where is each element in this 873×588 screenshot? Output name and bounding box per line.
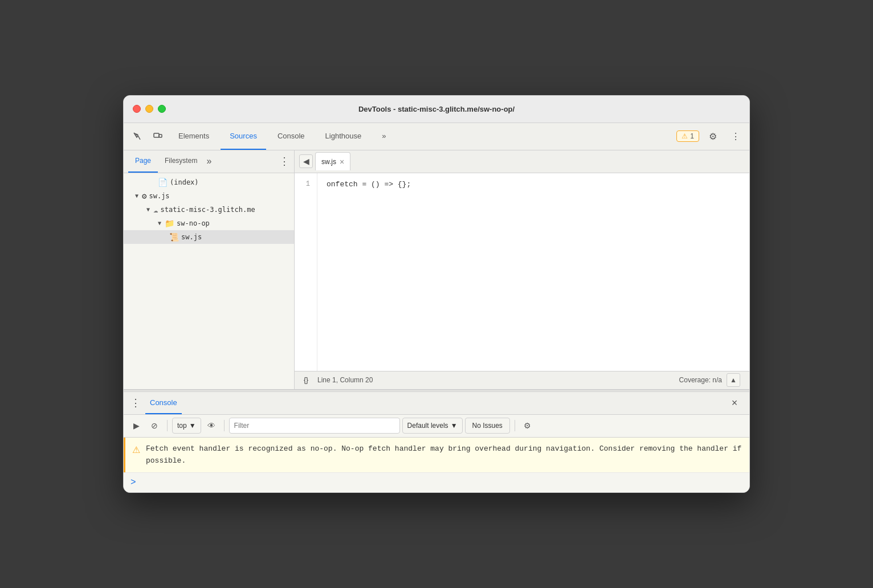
console-messages: ⚠ Fetch event handler is recognized as n… bbox=[124, 438, 749, 493]
panel-tabs: Page Filesystem » ⋮ bbox=[124, 150, 294, 173]
warning-badge[interactable]: ⚠ 1 bbox=[676, 130, 699, 142]
tab-lighthouse[interactable]: Lighthouse bbox=[316, 122, 371, 150]
format-braces-button[interactable]: {} bbox=[304, 376, 308, 384]
scroll-up-button[interactable]: ▲ bbox=[727, 373, 740, 387]
tab-console[interactable]: Console bbox=[268, 122, 314, 150]
folder-icon: 📁 bbox=[165, 219, 174, 228]
toolbar-separator bbox=[167, 420, 168, 431]
console-toolbar: ▶ ⊘ top ▼ 👁 Default levels ▼ No Issues bbox=[124, 415, 749, 438]
tab-bar-right: ⚠ 1 ⚙ ⋮ bbox=[676, 127, 745, 145]
dropdown-chevron-icon: ▼ bbox=[189, 422, 196, 430]
console-prompt: > bbox=[130, 477, 136, 488]
minimize-button[interactable] bbox=[145, 105, 153, 113]
console-input-line: > bbox=[124, 472, 749, 492]
tab-sources[interactable]: Sources bbox=[221, 122, 266, 150]
console-tab[interactable]: Console bbox=[145, 391, 182, 414]
line-number-1: 1 bbox=[301, 180, 310, 188]
file-item-index[interactable]: 📄 (index) bbox=[124, 175, 294, 189]
main-tab-bar: Elements Sources Console Lighthouse » ⚠ … bbox=[124, 123, 749, 150]
toolbar-separator-2 bbox=[224, 420, 225, 431]
arrow-down-icon: ▼ bbox=[158, 220, 161, 226]
levels-chevron-icon: ▼ bbox=[451, 422, 458, 430]
default-levels-dropdown[interactable]: Default levels ▼ bbox=[402, 418, 463, 434]
cursor-position: Line 1, Column 20 bbox=[317, 376, 373, 384]
close-button[interactable] bbox=[133, 105, 141, 113]
js-file-icon: 📜 bbox=[169, 232, 179, 242]
tab-elements[interactable]: Elements bbox=[169, 122, 218, 150]
editor-tabs: ◀ sw.js × bbox=[295, 150, 749, 173]
editor-tab-nav-icon[interactable]: ◀ bbox=[299, 154, 313, 168]
context-dropdown[interactable]: top ▼ bbox=[172, 418, 201, 434]
editor-status-bar: {} Line 1, Column 20 Coverage: n/a ▲ bbox=[295, 371, 749, 389]
coverage-label: Coverage: n/a bbox=[679, 376, 722, 384]
warning-icon: ⚠ bbox=[682, 132, 688, 140]
sources-left-panel: Page Filesystem » ⋮ 📄 (index) bbox=[124, 150, 295, 389]
main-content: Page Filesystem » ⋮ 📄 (index) bbox=[124, 150, 749, 390]
toolbar-separator-3 bbox=[515, 420, 515, 431]
maximize-button[interactable] bbox=[158, 105, 166, 113]
file-item-sw-root[interactable]: ▼ ⚙ sw.js bbox=[124, 189, 294, 203]
console-settings-icon[interactable]: ⚙ bbox=[520, 418, 536, 434]
window-title: DevTools - static-misc-3.glitch.me/sw-no… bbox=[358, 105, 515, 113]
file-item-domain[interactable]: ▼ ☁ static-misc-3.glitch.me bbox=[124, 203, 294, 217]
warning-message-text: Fetch event handler is recognized as no-… bbox=[146, 443, 743, 467]
device-toggle-icon[interactable] bbox=[149, 127, 167, 145]
arrow-down-icon: ▼ bbox=[135, 193, 138, 199]
warning-triangle-icon: ⚠ bbox=[132, 444, 140, 455]
console-warning-message[interactable]: ⚠ Fetch event handler is recognized as n… bbox=[124, 438, 749, 473]
file-item-folder[interactable]: ▼ 📁 sw-no-op bbox=[124, 217, 294, 230]
cloud-icon: ☁ bbox=[153, 205, 158, 214]
gear-file-icon: ⚙ bbox=[142, 191, 146, 201]
panel-tab-menu-icon[interactable]: ⋮ bbox=[279, 155, 289, 168]
console-menu-icon[interactable]: ⋮ bbox=[130, 397, 141, 409]
code-editor-panel: ◀ sw.js × 1 onfetch = () => {}; {} Line … bbox=[295, 150, 749, 389]
panel-tab-more[interactable]: » bbox=[204, 156, 214, 166]
more-options-icon[interactable]: ⋮ bbox=[727, 127, 745, 145]
settings-gear-icon[interactable]: ⚙ bbox=[704, 127, 722, 145]
tab-filesystem[interactable]: Filesystem bbox=[158, 150, 204, 173]
console-panel: ⋮ Console × ▶ ⊘ top ▼ 👁 bbox=[124, 392, 749, 493]
console-header: ⋮ Console × bbox=[124, 392, 749, 415]
devtools-window: DevTools - static-misc-3.glitch.me/sw-no… bbox=[123, 95, 750, 493]
tab-more-button[interactable]: » bbox=[373, 122, 395, 150]
code-area: 1 onfetch = () => {}; bbox=[295, 173, 749, 371]
console-play-button[interactable]: ▶ bbox=[128, 418, 144, 434]
editor-tab-sw-js[interactable]: sw.js × bbox=[315, 152, 350, 170]
no-issues-button[interactable]: No Issues bbox=[465, 418, 510, 434]
title-bar: DevTools - static-misc-3.glitch.me/sw-no… bbox=[124, 96, 749, 123]
line-numbers: 1 bbox=[295, 173, 317, 371]
document-icon: 📄 bbox=[158, 178, 168, 187]
filter-input[interactable] bbox=[229, 418, 400, 434]
close-tab-icon[interactable]: × bbox=[340, 157, 344, 166]
console-input[interactable] bbox=[141, 478, 145, 487]
inspect-icon[interactable] bbox=[128, 127, 146, 145]
code-content[interactable]: onfetch = () => {}; bbox=[317, 173, 749, 371]
eye-filter-icon[interactable]: 👁 bbox=[203, 418, 219, 434]
file-item-sw-js[interactable]: 📜 sw.js bbox=[124, 230, 294, 244]
arrow-down-icon: ▼ bbox=[146, 206, 150, 213]
console-close-button[interactable]: × bbox=[727, 395, 743, 411]
traffic-lights bbox=[133, 105, 166, 113]
coverage-status: Coverage: n/a ▲ bbox=[679, 373, 740, 387]
tab-bar-left bbox=[128, 127, 167, 145]
tab-page[interactable]: Page bbox=[128, 150, 158, 173]
console-block-button[interactable]: ⊘ bbox=[146, 418, 162, 434]
svg-rect-1 bbox=[159, 134, 162, 137]
svg-rect-0 bbox=[154, 133, 159, 137]
file-tree: 📄 (index) ▼ ⚙ sw.js ▼ ☁ static-misc-3.gl… bbox=[124, 173, 294, 389]
